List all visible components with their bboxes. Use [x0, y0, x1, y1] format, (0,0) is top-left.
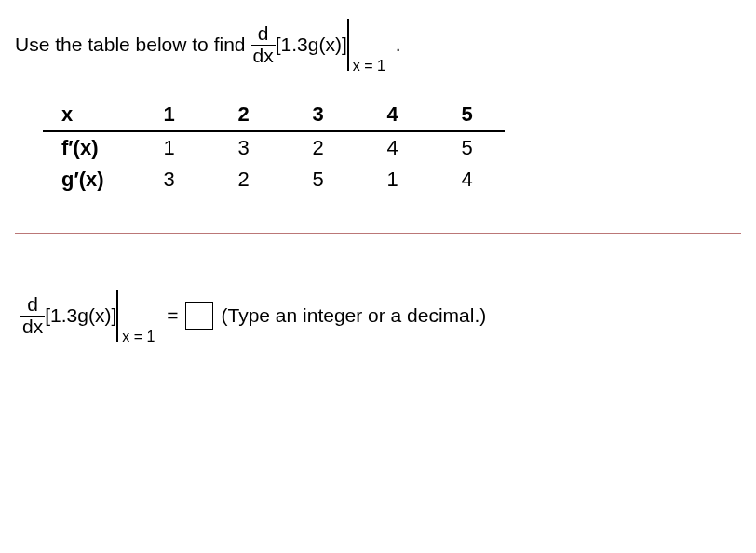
- equals-sign: =: [167, 304, 178, 327]
- table-cell: 5: [430, 131, 505, 164]
- table-cell: 3: [207, 131, 281, 164]
- prompt-suffix: .: [396, 34, 401, 56]
- header-cell: 3: [281, 99, 356, 131]
- row-label-fprime: f′(x): [43, 131, 132, 164]
- table-cell: 4: [356, 131, 430, 164]
- data-table: x 1 2 3 4 5 f′(x) 1 3 2 4 5 g′(x) 3 2 5 …: [43, 99, 741, 196]
- fraction-d-dx: d dx: [20, 294, 45, 336]
- table-row: f′(x) 1 3 2 4 5: [43, 131, 505, 164]
- fraction-d-dx: d dx: [251, 23, 276, 65]
- evaluation-point: x = 1: [122, 329, 155, 345]
- frac-denominator: dx: [251, 45, 276, 66]
- header-cell: 5: [430, 99, 505, 131]
- evaluation-bar: x = 1: [347, 19, 351, 71]
- table-cell: 4: [430, 164, 505, 196]
- evaluation-bar: x = 1: [116, 290, 120, 342]
- header-cell: 1: [132, 99, 207, 131]
- inner-expression: [1.3g(x)]: [276, 34, 347, 56]
- section-divider: [15, 233, 741, 234]
- problem-prompt: Use the table below to find d dx [1.3g(x…: [15, 19, 741, 71]
- frac-numerator: d: [256, 23, 271, 44]
- table-cell: 2: [281, 131, 356, 164]
- table-row: g′(x) 3 2 5 1 4: [43, 164, 505, 196]
- answer-hint: (Type an integer or a decimal.): [221, 304, 486, 327]
- table-cell: 5: [281, 164, 356, 196]
- table-header-row: x 1 2 3 4 5: [43, 99, 505, 131]
- inner-expression: [1.3g(x)]: [45, 304, 116, 327]
- header-cell: 4: [356, 99, 430, 131]
- derivative-expression: d dx [1.3g(x)] x = 1: [251, 19, 351, 71]
- frac-numerator: d: [25, 294, 40, 315]
- evaluation-point: x = 1: [353, 58, 385, 74]
- answer-derivative-expression: d dx [1.3g(x)] x = 1: [20, 290, 120, 342]
- row-label-gprime: g′(x): [43, 164, 132, 196]
- table-cell: 1: [132, 131, 207, 164]
- table-cell: 2: [207, 164, 281, 196]
- prompt-prefix: Use the table below to find: [15, 34, 246, 56]
- answer-input[interactable]: [185, 302, 213, 330]
- header-label-x: x: [43, 99, 132, 131]
- table-cell: 1: [356, 164, 430, 196]
- frac-denominator: dx: [20, 316, 45, 337]
- header-cell: 2: [207, 99, 281, 131]
- table-cell: 3: [132, 164, 207, 196]
- answer-line: d dx [1.3g(x)] x = 1 = (Type an integer …: [20, 290, 741, 342]
